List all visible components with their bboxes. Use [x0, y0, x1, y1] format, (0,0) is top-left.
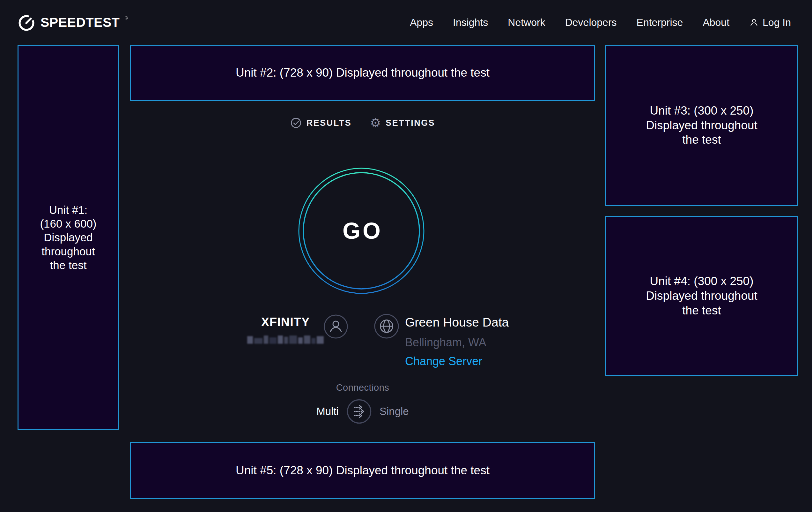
- login-label: Log In: [762, 17, 791, 28]
- go-button[interactable]: GO: [297, 167, 425, 295]
- ad-unit-2-leaderboard[interactable]: Unit #2: (728 x 90) Displayed throughout…: [130, 45, 595, 101]
- logo-wordmark: SPEEDTEST: [40, 15, 120, 30]
- isp-info: XFINITY: [245, 315, 325, 344]
- ad-unit-2-text: Unit #2: (728 x 90) Displayed throughout…: [236, 65, 490, 80]
- tab-results[interactable]: RESULTS: [290, 117, 352, 129]
- ad-unit-4-text: Unit #4: (300 x 250) Displayed throughou…: [646, 274, 757, 318]
- server-info: Green House Data Bellingham, WA Change S…: [405, 315, 509, 368]
- ad-unit-4-rectangle[interactable]: Unit #4: (300 x 250) Displayed throughou…: [605, 216, 798, 376]
- ad-unit-5-text: Unit #5: (728 x 90) Displayed throughout…: [236, 463, 490, 478]
- check-circle-icon: [290, 117, 302, 129]
- isp-ip-redacted: [247, 334, 324, 344]
- connections-section: Connections Multi: [130, 382, 595, 424]
- connections-multi-label[interactable]: Multi: [316, 405, 339, 417]
- tab-settings-label: SETTINGS: [385, 118, 435, 128]
- results-settings-tabs: RESULTS ⚙ SETTINGS: [130, 117, 595, 129]
- go-label: GO: [297, 167, 425, 295]
- speedtest-page: SPEEDTEST ® Apps Insights Network Develo…: [0, 0, 812, 512]
- login-button[interactable]: Log In: [749, 17, 791, 28]
- globe-icon: [374, 314, 399, 339]
- ad-unit-1-text: Unit #1: (160 x 600) Displayed throughou…: [40, 203, 96, 272]
- connection-mode-toggle[interactable]: [346, 399, 372, 424]
- connections-label: Connections: [130, 382, 595, 393]
- speedtest-logo[interactable]: SPEEDTEST ®: [18, 13, 128, 32]
- change-server-link[interactable]: Change Server: [405, 355, 509, 368]
- nav-developers[interactable]: Developers: [565, 17, 617, 28]
- login-user-icon: [749, 18, 759, 27]
- nav-insights[interactable]: Insights: [453, 17, 488, 28]
- nav-network[interactable]: Network: [508, 17, 545, 28]
- gear-icon: ⚙: [370, 117, 381, 129]
- ad-unit-1-skyscraper[interactable]: Unit #1: (160 x 600) Displayed throughou…: [18, 45, 119, 430]
- nav-enterprise[interactable]: Enterprise: [637, 17, 683, 28]
- server-name: Green House Data: [405, 315, 509, 329]
- gauge-logo-icon: [18, 13, 35, 32]
- server-location: Bellingham, WA: [405, 336, 509, 349]
- user-icon: [323, 314, 348, 339]
- tab-results-label: RESULTS: [307, 118, 352, 128]
- connections-single-label[interactable]: Single: [379, 405, 409, 417]
- nav-apps[interactable]: Apps: [410, 17, 433, 28]
- nav-about[interactable]: About: [703, 17, 729, 28]
- isp-name: XFINITY: [245, 315, 325, 329]
- multi-connection-arrows-icon: [346, 420, 372, 425]
- main-navigation: Apps Insights Network Developers Enterpr…: [410, 17, 791, 28]
- tab-settings[interactable]: ⚙ SETTINGS: [370, 117, 435, 129]
- ad-unit-5-leaderboard[interactable]: Unit #5: (728 x 90) Displayed throughout…: [130, 442, 595, 499]
- logo-trademark: ®: [125, 16, 128, 21]
- top-nav-bar: SPEEDTEST ® Apps Insights Network Develo…: [0, 0, 812, 45]
- ad-unit-3-rectangle[interactable]: Unit #3: (300 x 250) Displayed throughou…: [605, 45, 798, 206]
- ad-unit-3-text: Unit #3: (300 x 250) Displayed throughou…: [646, 103, 757, 147]
